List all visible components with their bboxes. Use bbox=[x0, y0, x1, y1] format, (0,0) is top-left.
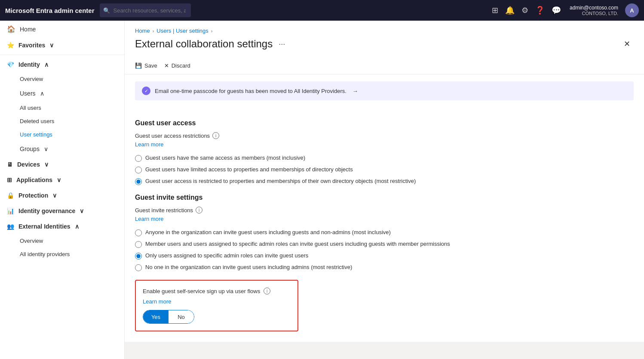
self-service-info-icon[interactable]: i bbox=[264, 288, 270, 294]
self-service-learn-more[interactable]: Learn more bbox=[143, 298, 171, 305]
sidebar-item-user-settings[interactable]: User settings bbox=[0, 128, 124, 141]
banner-message: Email one-time passcode for guests has b… bbox=[155, 88, 347, 94]
guest-access-option-2[interactable]: Guest users have limited access to prope… bbox=[135, 166, 634, 173]
guest-invite-restrictions-label: Guest invite restrictions i bbox=[135, 207, 634, 214]
sidebar-devices-label: Devices bbox=[17, 161, 40, 168]
page-header-actions: ··· bbox=[279, 40, 285, 49]
guest-invite-radio-1[interactable] bbox=[135, 229, 142, 236]
sidebar-all-users-label: All users bbox=[20, 105, 41, 111]
content-wrapper: Home › Users | User settings › External … bbox=[125, 21, 644, 359]
sidebar-item-all-users[interactable]: All users bbox=[0, 101, 124, 115]
sidebar-identity[interactable]: 💎 Identity ∧ bbox=[0, 57, 124, 72]
user-info: admin@contoso.com CONTOSO, LTD. bbox=[570, 5, 618, 16]
app-title: Microsoft Entra admin center bbox=[5, 7, 95, 14]
self-service-row: Enable guest self-service sign up via us… bbox=[143, 288, 291, 294]
close-button[interactable]: ✕ bbox=[620, 37, 634, 50]
sidebar-devices[interactable]: 🖥 Devices ∨ bbox=[0, 157, 124, 172]
page-header: External collaboration settings ··· ✕ bbox=[125, 34, 644, 57]
breadcrumb-home[interactable]: Home bbox=[135, 28, 150, 34]
banner-arrow[interactable]: → bbox=[353, 88, 358, 94]
guest-invite-info-icon[interactable]: i bbox=[196, 207, 202, 214]
discard-button[interactable]: ✕ Discard bbox=[164, 61, 190, 71]
sidebar-identity-governance-label: Identity governance bbox=[18, 207, 75, 214]
guest-user-access-section: Guest user access Guest user access rest… bbox=[135, 119, 634, 185]
search-icon: 🔍 bbox=[103, 7, 110, 14]
guest-invite-option-1[interactable]: Anyone in the organization can invite gu… bbox=[135, 229, 634, 236]
self-service-label: Enable guest self-service sign up via us… bbox=[143, 288, 260, 294]
chevron-down-icon: ∨ bbox=[49, 42, 54, 49]
guest-invite-learn-more[interactable]: Learn more bbox=[135, 216, 163, 222]
help-icon[interactable]: ❓ bbox=[535, 6, 545, 15]
info-banner: ✓ Email one-time passcode for guests has… bbox=[135, 81, 634, 100]
top-nav-icons: ⊞ 🔔 ⚙ ❓ 💬 admin@contoso.com CONTOSO, LTD… bbox=[492, 3, 639, 17]
external-identities-icon: 👥 bbox=[7, 223, 14, 230]
sidebar-item-ext-overview[interactable]: Overview bbox=[0, 234, 124, 248]
sidebar-identity-label: Identity bbox=[18, 61, 40, 68]
breadcrumb-users-settings[interactable]: Users | User settings bbox=[156, 28, 208, 34]
chevron-down-icon-users: ∧ bbox=[40, 90, 44, 97]
sidebar-users[interactable]: Users ∧ bbox=[0, 86, 124, 101]
guest-access-learn-more[interactable]: Learn more bbox=[135, 141, 163, 148]
guest-invite-radio-4[interactable] bbox=[135, 264, 142, 271]
guest-access-radio-2[interactable] bbox=[135, 167, 142, 173]
search-input[interactable] bbox=[100, 3, 191, 17]
sidebar-all-identity-providers-label: All identity providers bbox=[20, 251, 70, 257]
notification-icon[interactable]: 🔔 bbox=[505, 6, 515, 15]
settings-icon[interactable]: ⚙ bbox=[521, 6, 528, 15]
guest-user-access-title: Guest user access bbox=[135, 119, 634, 127]
guest-access-info-icon[interactable]: i bbox=[212, 132, 219, 139]
sidebar-favorites[interactable]: ⭐ Favorites ∨ bbox=[0, 37, 124, 53]
guest-invite-title: Guest invite settings bbox=[135, 194, 634, 201]
sidebar-item-deleted-users[interactable]: Deleted users bbox=[0, 115, 124, 128]
sidebar-groups-label: Groups bbox=[20, 145, 40, 152]
portal-icon[interactable]: ⊞ bbox=[492, 6, 498, 15]
applications-icon: ⊞ bbox=[7, 176, 12, 183]
save-button[interactable]: 💾 Save bbox=[135, 61, 157, 71]
guest-invite-option-4[interactable]: No one in the organization can invite gu… bbox=[135, 264, 634, 271]
self-service-toggle[interactable]: Yes No bbox=[143, 310, 194, 324]
sidebar-external-identities-label: External Identities bbox=[18, 223, 71, 230]
guest-access-restrictions-label: Guest user access restrictions i bbox=[135, 132, 634, 139]
sidebar-identity-governance[interactable]: 📊 Identity governance ∨ bbox=[0, 203, 124, 219]
sidebar-applications[interactable]: ⊞ Applications ∨ bbox=[0, 172, 124, 188]
sidebar-ext-overview-label: Overview bbox=[20, 238, 43, 244]
sidebar-item-home[interactable]: 🏠 Home bbox=[0, 21, 124, 37]
sidebar-groups[interactable]: Groups ∨ bbox=[0, 141, 124, 157]
breadcrumb-sep-2: › bbox=[211, 28, 213, 34]
chevron-down-icon-devices: ∨ bbox=[44, 161, 49, 168]
guest-access-radio-3[interactable] bbox=[135, 178, 142, 185]
identity-icon: 💎 bbox=[7, 61, 14, 68]
guest-access-radio-1[interactable] bbox=[135, 155, 142, 162]
sidebar-divider-1 bbox=[0, 55, 124, 55]
sidebar-deleted-users-label: Deleted users bbox=[20, 118, 54, 124]
more-options-icon[interactable]: ··· bbox=[279, 40, 285, 49]
sidebar-favorites-label: Favorites bbox=[18, 42, 45, 49]
toggle-no-button[interactable]: No bbox=[169, 310, 194, 323]
sidebar-protection[interactable]: 🔒 Protection ∨ bbox=[0, 188, 124, 203]
chevron-down-icon-groups: ∨ bbox=[44, 145, 48, 152]
sidebar-item-overview[interactable]: Overview bbox=[0, 72, 124, 86]
guest-access-option-1[interactable]: Guest users have the same access as memb… bbox=[135, 155, 634, 162]
sidebar-overview-label: Overview bbox=[20, 76, 43, 82]
favorites-icon: ⭐ bbox=[7, 42, 14, 49]
feedback-icon[interactable]: 💬 bbox=[552, 6, 561, 15]
protection-icon: 🔒 bbox=[7, 192, 14, 199]
main-layout: 🏠 Home ⭐ Favorites ∨ 💎 Identity ∧ Overvi… bbox=[0, 21, 644, 359]
chevron-down-icon-apps: ∨ bbox=[57, 176, 61, 183]
avatar[interactable]: A bbox=[625, 3, 639, 17]
guest-invite-option-3[interactable]: Only users assigned to specific admin ro… bbox=[135, 252, 634, 260]
self-service-section: Enable guest self-service sign up via us… bbox=[135, 280, 298, 331]
sidebar-users-label: Users bbox=[20, 90, 36, 97]
guest-invite-radio-group: Anyone in the organization can invite gu… bbox=[135, 229, 634, 271]
guest-access-option-3[interactable]: Guest user access is restricted to prope… bbox=[135, 178, 634, 185]
discard-icon: ✕ bbox=[164, 62, 169, 69]
guest-invite-option-2[interactable]: Member users and users assigned to speci… bbox=[135, 241, 634, 248]
guest-invite-radio-3[interactable] bbox=[135, 253, 142, 260]
top-navigation: Microsoft Entra admin center 🔍 ⊞ 🔔 ⚙ ❓ 💬… bbox=[0, 0, 644, 21]
sidebar-item-all-identity-providers[interactable]: All identity providers bbox=[0, 248, 124, 261]
toggle-yes-button[interactable]: Yes bbox=[143, 310, 169, 323]
sidebar-protection-label: Protection bbox=[18, 192, 48, 199]
sidebar-external-identities[interactable]: 👥 External Identities ∧ bbox=[0, 219, 124, 234]
guest-invite-radio-2[interactable] bbox=[135, 241, 142, 248]
guest-access-radio-group: Guest users have the same access as memb… bbox=[135, 155, 634, 185]
